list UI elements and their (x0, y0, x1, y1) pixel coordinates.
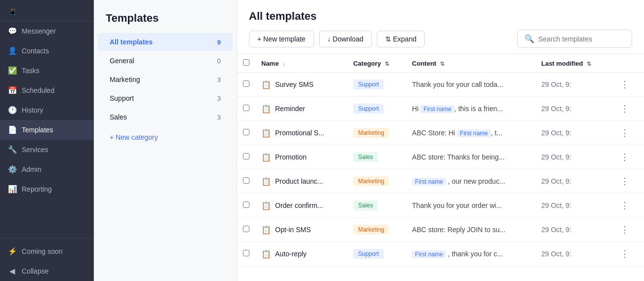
row-category-cell: Marketing (347, 169, 406, 194)
sidebar-item-scheduled[interactable]: 📅 Scheduled (0, 80, 94, 100)
sidebar-item-label: Messenger (22, 27, 56, 35)
sidebar-item-services[interactable]: 🔧 Services (0, 140, 94, 160)
table-row: 📋 Promotion Sales ABC store: Thanks for … (237, 145, 644, 169)
row-more-button[interactable]: ⋮ (617, 247, 632, 260)
row-actions-cell: ⋮ (611, 218, 644, 242)
sidebar-item-messenger[interactable]: 💬 Messenger (0, 21, 94, 41)
category-badge: Support (353, 249, 384, 259)
row-name-cell: 📋 Reminder (255, 97, 347, 121)
category-badge: Sales (353, 201, 378, 210)
category-label: Sales (110, 113, 127, 121)
download-button[interactable]: ↓ Download (319, 31, 372, 47)
category-badge: Sales (353, 152, 378, 162)
row-category-cell: Support (347, 242, 406, 266)
row-content-cell: Hi First name, this is a frien... (406, 97, 535, 121)
template-name: Order confirm... (275, 201, 323, 209)
doc-icon: 📋 (261, 249, 271, 259)
row-checkbox-cell[interactable] (237, 121, 255, 145)
sidebar-item-templates[interactable]: 📄 Templates (0, 120, 94, 140)
doc-icon: 📋 (261, 104, 271, 114)
category-general[interactable]: General 0 (98, 52, 233, 70)
sidebar-item-label: History (22, 106, 43, 114)
row-name-cell: 📋 Opt-in SMS (255, 218, 347, 242)
row-checkbox-cell[interactable] (237, 218, 255, 242)
coming-soon-icon: ⚡ (8, 247, 17, 256)
doc-icon: 📋 (261, 128, 271, 138)
doc-icon: 📋 (261, 201, 271, 210)
row-category-cell: Sales (347, 194, 406, 218)
row-checkbox-cell[interactable] (237, 145, 255, 169)
toolbar: + New template ↓ Download ⇅ Expand 🔍 (249, 30, 632, 48)
row-date-cell: 29 Oct, 9: (535, 145, 611, 169)
row-category-cell: Sales (347, 145, 406, 169)
category-count: 9 (217, 39, 221, 46)
row-more-button[interactable]: ⋮ (617, 223, 632, 236)
sidebar-item-contacts[interactable]: 👤 Contacts (0, 41, 94, 61)
search-icon: 🔍 (524, 34, 534, 43)
sidebar: 📱 💬 Messenger 👤 Contacts ✅ Tasks 📅 Sched… (0, 0, 94, 281)
table-row: 📋 Product launc... Marketing First name … (237, 169, 644, 194)
row-category-cell: Marketing (347, 218, 406, 242)
row-checkbox-cell[interactable] (237, 194, 255, 218)
table-row: 📋 Promotional S... Marketing ABC Store: … (237, 121, 644, 145)
firstname-tag: First name (457, 129, 491, 137)
sidebar-item-label: Contacts (22, 47, 49, 55)
category-count: 0 (217, 57, 221, 65)
row-more-button[interactable]: ⋮ (617, 175, 632, 188)
template-name: Promotional S... (275, 129, 324, 137)
row-more-button[interactable]: ⋮ (617, 78, 632, 91)
row-checkbox-cell[interactable] (237, 169, 255, 194)
row-actions-cell: ⋮ (611, 194, 644, 218)
sidebar-item-label: Scheduled (22, 86, 54, 94)
row-actions-cell: ⋮ (611, 145, 644, 169)
row-more-button[interactable]: ⋮ (617, 102, 632, 115)
history-icon: 🕐 (8, 106, 17, 115)
row-actions-cell: ⋮ (611, 169, 644, 194)
sidebar-item-collapse[interactable]: ◀ Collapse (0, 261, 94, 281)
sidebar-logo: 📱 (0, 0, 94, 21)
new-template-button[interactable]: + New template (249, 31, 314, 47)
sidebar-item-label: Services (22, 146, 48, 154)
sidebar-item-label: Collapse (22, 267, 48, 275)
row-more-button[interactable]: ⋮ (617, 126, 632, 139)
admin-icon: ⚙️ (8, 165, 17, 174)
row-checkbox-cell[interactable] (237, 242, 255, 266)
row-date-cell: 29 Oct, 9: (535, 121, 611, 145)
row-actions-cell: ⋮ (611, 97, 644, 121)
expand-button[interactable]: ⇅ Expand (377, 31, 425, 47)
sidebar-item-label: Reporting (22, 185, 52, 193)
row-checkbox-cell[interactable] (237, 97, 255, 121)
search-input[interactable] (538, 35, 625, 43)
category-label: Support (110, 94, 134, 102)
sidebar-item-label: Templates (22, 126, 53, 134)
category-sales[interactable]: Sales 3 (98, 108, 233, 126)
templates-table: Name ↓ Category ⇅ Content ⇅ Last modifie… (237, 54, 644, 266)
category-support[interactable]: Support 3 (98, 89, 233, 107)
name-column-header: Name ↓ (255, 54, 347, 73)
row-content-cell: First name , thank you for c... (406, 242, 535, 266)
category-badge: Support (353, 104, 384, 114)
sidebar-item-coming-soon[interactable]: ⚡ Coming soon (0, 241, 94, 261)
row-name-cell: 📋 Order confirm... (255, 194, 347, 218)
row-name-cell: 📋 Promotion (255, 145, 347, 169)
row-checkbox-cell[interactable] (237, 73, 255, 97)
category-marketing[interactable]: Marketing 3 (98, 71, 233, 88)
select-all-header[interactable] (237, 54, 255, 73)
reporting-icon: 📊 (8, 185, 17, 194)
sidebar-item-history[interactable]: 🕐 History (0, 100, 94, 120)
row-more-button[interactable]: ⋮ (617, 199, 632, 212)
sidebar-item-reporting[interactable]: 📊 Reporting (0, 179, 94, 199)
table-row: 📋 Auto-reply Support First name , thank … (237, 242, 644, 266)
category-badge: Marketing (353, 225, 389, 235)
category-badge: Marketing (353, 128, 389, 138)
row-name-cell: 📋 Auto-reply (255, 242, 347, 266)
row-more-button[interactable]: ⋮ (617, 151, 632, 163)
sidebar-item-tasks[interactable]: ✅ Tasks (0, 61, 94, 80)
new-category-button[interactable]: + New category (98, 128, 233, 146)
search-box: 🔍 (517, 30, 632, 48)
sidebar-item-admin[interactable]: ⚙️ Admin (0, 160, 94, 179)
tasks-icon: ✅ (8, 66, 17, 75)
category-count: 3 (217, 76, 221, 83)
category-all[interactable]: All templates 9 (98, 33, 233, 51)
table-row: 📋 Opt-in SMS Marketing ABC store: Reply … (237, 218, 644, 242)
